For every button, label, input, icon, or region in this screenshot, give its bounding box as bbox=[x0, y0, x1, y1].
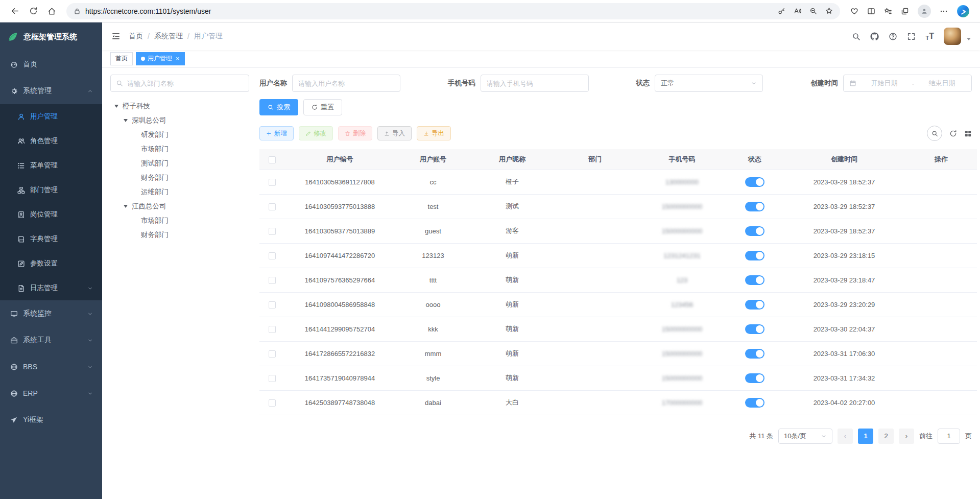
zoom-icon[interactable] bbox=[809, 7, 817, 15]
tree-node-橙子科技[interactable]: 橙子科技 bbox=[110, 99, 249, 113]
sidebar-item-dict[interactable]: 字典管理 bbox=[0, 227, 102, 251]
phone-field[interactable] bbox=[487, 80, 583, 87]
fullscreen-icon[interactable] bbox=[907, 32, 916, 41]
sidebar-item-menu[interactable]: 菜单管理 bbox=[0, 153, 102, 178]
tree-node-运维部门[interactable]: 运维部门 bbox=[110, 185, 249, 199]
add-favorite-icon[interactable] bbox=[825, 7, 833, 15]
row-checkbox[interactable] bbox=[269, 252, 276, 259]
status-toggle[interactable] bbox=[745, 202, 764, 211]
row-checkbox[interactable] bbox=[269, 301, 276, 308]
refresh-table-button[interactable] bbox=[949, 130, 957, 137]
read-aloud-icon[interactable] bbox=[794, 7, 801, 15]
sidebar-item-home[interactable]: 首页 bbox=[0, 51, 102, 78]
bing-icon[interactable] bbox=[957, 5, 970, 18]
sidebar-item-tools[interactable]: 系统工具 bbox=[0, 327, 102, 353]
tab-close-icon[interactable]: × bbox=[176, 55, 180, 62]
address-bar[interactable] bbox=[66, 3, 840, 19]
tab-用户管理[interactable]: 用户管理× bbox=[136, 52, 185, 65]
date-range-picker[interactable]: 开始日期 - 结束日期 bbox=[843, 75, 972, 92]
tree-node-江西总公司[interactable]: 江西总公司 bbox=[110, 199, 249, 213]
tree-expand-icon[interactable] bbox=[114, 105, 123, 108]
select-all-checkbox[interactable] bbox=[269, 156, 276, 163]
status-toggle[interactable] bbox=[745, 275, 764, 285]
status-toggle[interactable] bbox=[745, 349, 764, 359]
font-size-icon[interactable]: TT bbox=[925, 32, 934, 41]
dept-search-input[interactable] bbox=[110, 75, 249, 92]
page-size-select[interactable]: 10条/页 bbox=[778, 429, 832, 444]
row-checkbox[interactable] bbox=[269, 375, 276, 382]
password-key-icon[interactable] bbox=[778, 7, 785, 15]
page-button-2[interactable]: 2 bbox=[878, 429, 894, 444]
tree-node-市场部门[interactable]: 市场部门 bbox=[110, 213, 249, 228]
page-button-1[interactable]: 1 bbox=[858, 429, 873, 444]
tree-expand-icon[interactable] bbox=[124, 205, 132, 208]
row-checkbox[interactable] bbox=[269, 228, 276, 235]
tree-node-财务部门[interactable]: 财务部门 bbox=[110, 228, 249, 242]
add-button[interactable]: 新增 bbox=[259, 126, 294, 140]
phone-input[interactable] bbox=[481, 75, 589, 92]
collections-icon[interactable] bbox=[901, 7, 909, 15]
row-checkbox[interactable] bbox=[269, 179, 276, 186]
tree-node-研发部门[interactable]: 研发部门 bbox=[110, 128, 249, 142]
sidebar-toggle-icon[interactable] bbox=[111, 32, 121, 41]
tree-node-市场部门[interactable]: 市场部门 bbox=[110, 142, 249, 156]
tree-expand-icon[interactable] bbox=[124, 119, 132, 122]
browser-profile-avatar[interactable] bbox=[918, 5, 931, 18]
status-select[interactable]: 正常 bbox=[655, 75, 763, 92]
sidebar-item-monitor[interactable]: 系统监控 bbox=[0, 300, 102, 327]
user-avatar[interactable] bbox=[944, 28, 961, 45]
tree-node-深圳总公司[interactable]: 深圳总公司 bbox=[110, 113, 249, 128]
toggle-search-button[interactable] bbox=[927, 126, 942, 141]
row-checkbox[interactable] bbox=[269, 399, 276, 407]
status-toggle[interactable] bbox=[745, 300, 764, 310]
dept-search-field[interactable] bbox=[127, 80, 244, 87]
sidebar-item-user[interactable]: 用户管理 bbox=[0, 104, 102, 129]
columns-button[interactable] bbox=[964, 130, 972, 137]
edit-button[interactable]: 修改 bbox=[299, 126, 333, 140]
goto-page-input[interactable] bbox=[938, 429, 960, 444]
favorites-icon[interactable] bbox=[884, 7, 892, 15]
status-toggle[interactable] bbox=[745, 373, 764, 383]
prev-page-button[interactable]: ‹ bbox=[838, 429, 853, 444]
status-toggle[interactable] bbox=[745, 177, 764, 187]
browser-essentials-icon[interactable] bbox=[850, 7, 858, 15]
delete-button[interactable]: 删除 bbox=[338, 126, 372, 140]
breadcrumb-item[interactable]: 首页 bbox=[129, 32, 143, 41]
browser-back-button[interactable] bbox=[6, 3, 23, 20]
username-field[interactable] bbox=[298, 80, 394, 87]
sidebar-item-system[interactable]: 系统管理 bbox=[0, 78, 102, 104]
header-search-icon[interactable] bbox=[852, 32, 861, 41]
status-toggle[interactable] bbox=[745, 251, 764, 260]
export-button[interactable]: 导出 bbox=[417, 126, 451, 140]
sidebar-item-post[interactable]: 岗位管理 bbox=[0, 202, 102, 227]
tree-node-财务部门[interactable]: 财务部门 bbox=[110, 171, 249, 185]
sidebar-item-yi[interactable]: Yi框架 bbox=[0, 407, 102, 433]
tree-node-测试部门[interactable]: 测试部门 bbox=[110, 156, 249, 171]
sidebar-item-erp[interactable]: ERP bbox=[0, 380, 102, 407]
row-checkbox[interactable] bbox=[269, 326, 276, 333]
app-logo[interactable]: 意框架管理系统 bbox=[0, 22, 102, 51]
search-button[interactable]: 搜索 bbox=[259, 99, 298, 115]
github-icon[interactable] bbox=[870, 32, 879, 41]
status-toggle[interactable] bbox=[745, 398, 764, 408]
row-checkbox[interactable] bbox=[269, 203, 276, 210]
url-input[interactable] bbox=[85, 7, 778, 15]
reset-button[interactable]: 重置 bbox=[303, 99, 342, 115]
breadcrumb-item[interactable]: 系统管理 bbox=[154, 32, 183, 41]
row-checkbox[interactable] bbox=[269, 277, 276, 284]
browser-refresh-button[interactable] bbox=[25, 3, 42, 20]
browser-menu-icon[interactable] bbox=[940, 7, 948, 15]
sidebar-item-role[interactable]: 角色管理 bbox=[0, 129, 102, 153]
sidebar-item-bbs[interactable]: BBS bbox=[0, 353, 102, 380]
split-screen-icon[interactable] bbox=[867, 7, 875, 15]
import-button[interactable]: 导入 bbox=[377, 126, 412, 140]
status-toggle[interactable] bbox=[745, 226, 764, 236]
sidebar-item-dept[interactable]: 部门管理 bbox=[0, 178, 102, 202]
browser-home-button[interactable] bbox=[43, 3, 60, 20]
username-input[interactable] bbox=[292, 75, 400, 92]
sidebar-item-log[interactable]: 日志管理 bbox=[0, 276, 102, 300]
help-icon[interactable] bbox=[889, 32, 897, 41]
row-checkbox[interactable] bbox=[269, 350, 276, 358]
sidebar-item-param[interactable]: 参数设置 bbox=[0, 251, 102, 276]
tab-首页[interactable]: 首页 bbox=[110, 52, 133, 65]
